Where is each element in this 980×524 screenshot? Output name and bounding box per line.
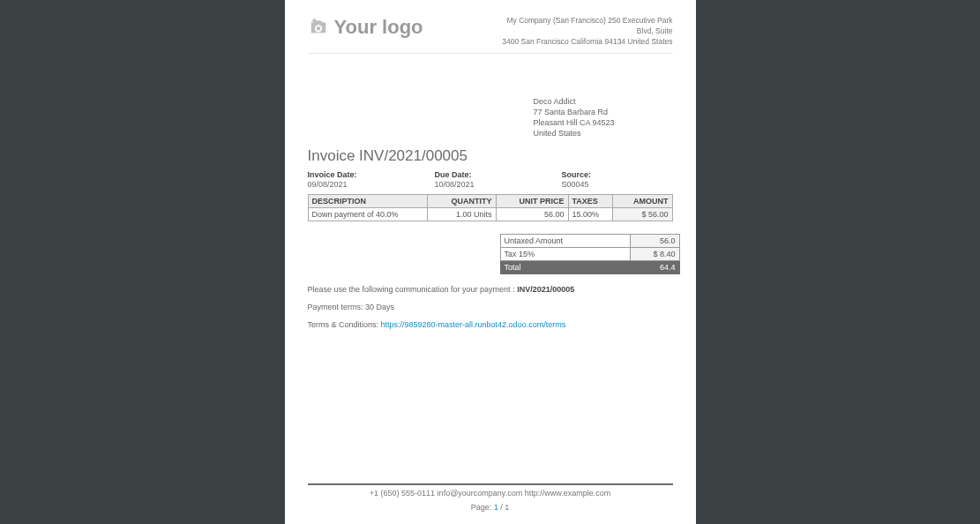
customer-name: Deco Addict	[534, 96, 673, 107]
source-label: Source:	[562, 170, 592, 179]
company-line-1: My Company (San Francisco) 250 Executive…	[497, 16, 673, 37]
page-footer: +1 (650) 555-0111 info@yourcompany.com h…	[308, 483, 673, 512]
col-unit-price: UNIT PRICE	[496, 195, 568, 208]
cell-unit-price: 56.00	[496, 208, 568, 221]
invoice-date-label: Invoice Date:	[308, 170, 435, 179]
company-line-2: 3400 San Francisco California 94134 Unit…	[497, 37, 673, 48]
footer-contact-line: +1 (650) 555-0111 info@yourcompany.com h…	[308, 489, 673, 498]
total-value: 64.4	[630, 261, 679, 274]
col-description: DESCRIPTION	[308, 195, 427, 208]
due-date-label: Due Date:	[435, 170, 562, 179]
document-title: Invoice INV/2021/00005	[308, 147, 673, 165]
payment-communication-note: Please use the following communication f…	[308, 285, 673, 294]
totals-table: Untaxed Amount 56.0 Tax 15% $ 8.40 Total…	[500, 234, 680, 274]
cell-taxes: 15.00%	[568, 208, 612, 221]
terms-conditions-note: Terms & Conditions: https://9859280-mast…	[308, 320, 673, 329]
customer-address: Deco Addict 77 Santa Barbara Rd Pleasant…	[534, 96, 673, 139]
col-taxes: TAXES	[568, 195, 612, 208]
col-quantity: QUANTITY	[427, 195, 496, 208]
table-header-row: DESCRIPTION QUANTITY UNIT PRICE TAXES AM…	[308, 195, 672, 208]
line-items-table: DESCRIPTION QUANTITY UNIT PRICE TAXES AM…	[308, 194, 673, 221]
meta-row: Invoice Date: 09/08/2021 Due Date: 10/08…	[308, 170, 673, 189]
meta-due-date: Due Date: 10/08/2021	[435, 170, 562, 189]
table-row: Down payment of 40.0% 1.00 Units 56.00 1…	[308, 208, 672, 221]
comm-ref: INV/2021/00005	[517, 285, 574, 294]
comm-prefix: Please use the following communication f…	[308, 285, 518, 294]
untaxed-label: Untaxed Amount	[500, 235, 630, 248]
total-label: Total	[500, 261, 630, 274]
page-number: Page: 1 / 1	[308, 503, 673, 512]
logo-block: Your logo	[308, 16, 423, 39]
meta-invoice-date: Invoice Date: 09/08/2021	[308, 170, 435, 189]
tax-label: Tax 15%	[500, 248, 630, 261]
totals-tax-row: Tax 15% $ 8.40	[500, 248, 679, 261]
invoice-page: Your logo My Company (San Francisco) 250…	[285, 0, 696, 524]
customer-street: 77 Santa Barbara Rd	[534, 107, 673, 117]
tc-prefix: Terms & Conditions:	[308, 320, 381, 329]
cell-amount: $ 56.00	[612, 208, 672, 221]
customer-city: Pleasant Hill CA 94523	[534, 117, 673, 128]
cell-description: Down payment of 40.0%	[308, 208, 427, 221]
totals-total-row: Total 64.4	[500, 261, 679, 274]
due-date-value: 10/08/2021	[435, 180, 562, 189]
page-header: Your logo My Company (San Francisco) 250…	[308, 16, 673, 54]
totals-untaxed-row: Untaxed Amount 56.0	[500, 235, 679, 248]
source-value: S00045	[562, 180, 592, 189]
page-label: Page:	[471, 503, 494, 512]
payment-terms-note: Payment terms: 30 Days	[308, 303, 673, 311]
tax-value: $ 8.40	[630, 248, 679, 261]
company-address: My Company (San Francisco) 250 Executive…	[497, 16, 673, 48]
logo-text: Your logo	[334, 16, 423, 39]
cell-quantity: 1.00 Units	[427, 208, 496, 221]
camera-plus-icon	[308, 17, 329, 38]
meta-source: Source: S00045	[562, 170, 592, 189]
col-amount: AMOUNT	[612, 195, 672, 208]
customer-country: United States	[534, 128, 673, 138]
terms-conditions-link[interactable]: https://9859280-master-all.runbot42.odoo…	[381, 320, 566, 329]
page-total: 1	[505, 503, 509, 512]
untaxed-value: 56.0	[630, 235, 679, 248]
invoice-date-value: 09/08/2021	[308, 180, 435, 189]
